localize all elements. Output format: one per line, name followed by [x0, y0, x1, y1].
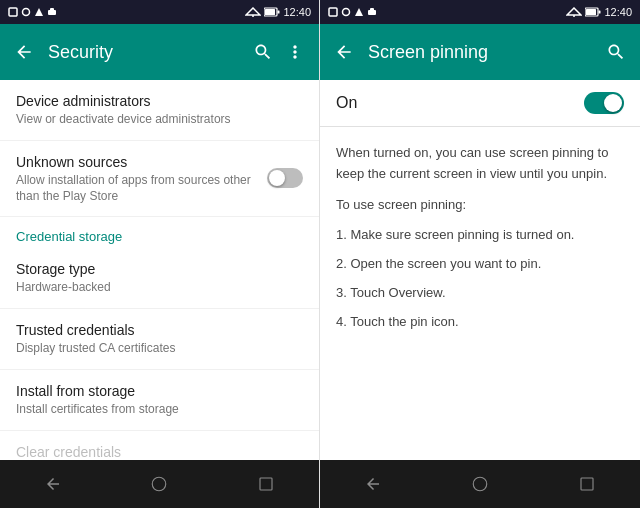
trusted-credentials-title: Trusted credentials: [16, 321, 303, 339]
trusted-credentials-subtitle: Display trusted CA certificates: [16, 341, 303, 357]
svg-rect-21: [586, 9, 596, 15]
svg-point-1: [23, 9, 30, 16]
settings-item-storage-type[interactable]: Storage type Hardware-backed: [0, 248, 319, 309]
right-nav-recents[interactable]: [557, 464, 617, 504]
right-nav-back[interactable]: [343, 464, 403, 504]
right-time: 12:40: [604, 6, 632, 18]
left-nav-home[interactable]: [129, 464, 189, 504]
svg-rect-9: [265, 9, 275, 15]
right-content[interactable]: On When turned on, you can use screen pi…: [320, 80, 640, 460]
settings-item-clear-credentials: Clear credentials Remove all certificate…: [0, 431, 319, 461]
svg-rect-23: [581, 478, 593, 490]
left-scroll-area[interactable]: Device administrators View or deactivate…: [0, 80, 319, 460]
description-step-2: 2. Open the screen you want to pin.: [336, 254, 624, 275]
screen-pinning-toggle-row: On: [320, 80, 640, 127]
description-step-4: 4. Touch the pin icon.: [336, 312, 624, 333]
svg-rect-0: [9, 8, 17, 16]
left-time: 12:40: [283, 6, 311, 18]
left-back-button[interactable]: [8, 36, 40, 68]
unknown-sources-toggle[interactable]: [267, 168, 303, 188]
screen-pinning-on-label: On: [336, 94, 357, 112]
storage-type-title: Storage type: [16, 260, 303, 278]
right-back-button[interactable]: [328, 36, 360, 68]
right-search-button[interactable]: [600, 36, 632, 68]
right-nav-home[interactable]: [450, 464, 510, 504]
svg-point-10: [153, 477, 167, 491]
svg-marker-5: [246, 8, 260, 15]
svg-marker-14: [355, 8, 363, 16]
unknown-sources-title: Unknown sources: [16, 153, 267, 171]
install-storage-subtitle: Install certificates from storage: [16, 402, 303, 418]
left-nav-back[interactable]: [23, 464, 83, 504]
left-toolbar-title: Security: [48, 42, 247, 63]
left-panel: 12:40 Security Device administrators V: [0, 0, 320, 508]
unknown-sources-subtitle: Allow installation of apps from sources …: [16, 173, 267, 204]
left-status-bar: 12:40: [0, 0, 319, 24]
left-nav-recents[interactable]: [236, 464, 296, 504]
svg-rect-20: [599, 11, 601, 14]
description-step-1: 1. Make sure screen pinning is turned on…: [336, 225, 624, 246]
right-panel: 12:40 Screen pinning On When turned on, …: [320, 0, 640, 508]
screen-pinning-description: When turned on, you can use screen pinni…: [320, 127, 640, 357]
credential-storage-header: Credential storage: [0, 217, 319, 248]
left-status-icons-left: [8, 7, 57, 17]
svg-point-6: [252, 15, 254, 17]
left-more-button[interactable]: [279, 36, 311, 68]
svg-rect-4: [50, 8, 54, 11]
right-status-bar: 12:40: [320, 0, 640, 24]
svg-rect-8: [278, 11, 280, 14]
left-toolbar: Security: [0, 24, 319, 80]
right-toolbar-title: Screen pinning: [368, 42, 600, 63]
description-line-0: When turned on, you can use screen pinni…: [336, 143, 624, 185]
description-step-3: 3. Touch Overview.: [336, 283, 624, 304]
left-nav-bar: [0, 460, 319, 508]
right-status-icons-left: [328, 7, 377, 17]
svg-marker-2: [35, 8, 43, 16]
settings-item-unknown-sources[interactable]: Unknown sources Allow installation of ap…: [0, 141, 319, 217]
svg-rect-12: [329, 8, 337, 16]
svg-marker-17: [567, 8, 581, 15]
description-line-1: To use screen pinning:: [336, 195, 624, 216]
screen-pinning-toggle[interactable]: [584, 92, 624, 114]
right-toolbar: Screen pinning: [320, 24, 640, 80]
right-status-icons-right: 12:40: [566, 6, 632, 18]
svg-rect-11: [260, 478, 272, 490]
install-storage-title: Install from storage: [16, 382, 303, 400]
svg-rect-16: [370, 8, 374, 11]
settings-item-trusted-credentials[interactable]: Trusted credentials Display trusted CA c…: [0, 309, 319, 370]
device-admins-subtitle: View or deactivate device administrators: [16, 112, 303, 128]
left-search-button[interactable]: [247, 36, 279, 68]
settings-item-install-storage[interactable]: Install from storage Install certificate…: [0, 370, 319, 431]
svg-point-13: [343, 9, 350, 16]
svg-point-18: [573, 15, 575, 17]
device-admins-title: Device administrators: [16, 92, 303, 110]
svg-point-22: [473, 477, 487, 491]
right-nav-bar: [320, 460, 640, 508]
left-status-icons-right: 12:40: [245, 6, 311, 18]
settings-item-device-admins[interactable]: Device administrators View or deactivate…: [0, 80, 319, 141]
clear-credentials-title: Clear credentials: [16, 443, 303, 461]
storage-type-subtitle: Hardware-backed: [16, 280, 303, 296]
